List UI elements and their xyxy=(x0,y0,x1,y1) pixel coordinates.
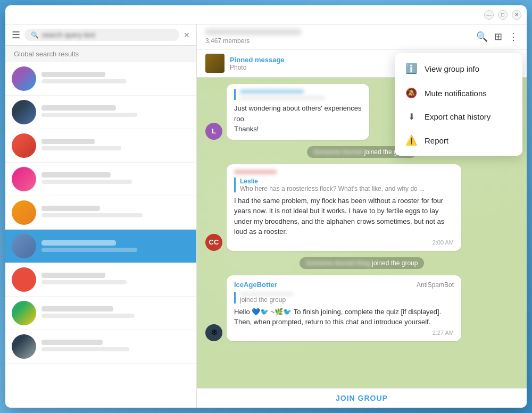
avatar xyxy=(12,267,36,292)
list-item[interactable] xyxy=(5,62,196,96)
avatar xyxy=(12,200,36,225)
info-icon: ℹ️ xyxy=(405,63,417,74)
msg-text: I had the same problem, my flock has bee… xyxy=(234,196,454,237)
avatar: CC xyxy=(205,234,222,251)
sidebar-header: ☰ 🔍 search query text ✕ xyxy=(5,24,196,46)
chat-header-info: 3,467 members xyxy=(205,29,301,45)
chat-name xyxy=(41,306,113,311)
msg-time: 2:27 AM xyxy=(234,330,454,336)
chat-name xyxy=(41,206,100,211)
chat-info xyxy=(41,340,190,353)
maximize-button[interactable]: □ xyxy=(498,10,508,20)
chat-header: 3,467 members 🔍 ⊞ ⋮ xyxy=(197,24,527,49)
more-options-icon[interactable]: ⋮ xyxy=(509,31,518,43)
hamburger-icon[interactable]: ☰ xyxy=(12,29,20,41)
avatar xyxy=(12,133,36,158)
join-group-button[interactable]: JOIN GROUP xyxy=(336,394,388,402)
chat-preview xyxy=(41,248,137,252)
chat-info xyxy=(41,206,190,220)
chat-header-actions: 🔍 ⊞ ⋮ xyxy=(476,31,518,43)
quote-joined-text: joined the group xyxy=(240,296,454,304)
system-bubble: Someone blurred thing joined the group xyxy=(300,257,425,269)
search-input[interactable]: search query text xyxy=(42,31,173,39)
search-icon: 🔍 xyxy=(31,31,39,39)
pinned-title: Pinned message xyxy=(230,56,285,64)
minimize-button[interactable]: — xyxy=(484,10,494,20)
pinned-thumb xyxy=(205,54,225,73)
spam-label: AntiSpamBot xyxy=(417,281,454,289)
search-chat-icon[interactable]: 🔍 xyxy=(476,31,488,43)
chat-preview xyxy=(41,146,121,150)
chat-info xyxy=(41,105,190,119)
report-icon: ⚠️ xyxy=(405,134,417,146)
mute-icon: 🔕 xyxy=(405,87,417,99)
msg-text: Just wondering about others' experiences… xyxy=(234,103,362,134)
context-menu: ℹ️ View group info 🔕 Mute notifications … xyxy=(395,53,522,156)
chat-name xyxy=(41,240,116,246)
menu-item-report[interactable]: ⚠️ Report xyxy=(395,128,522,153)
avatar xyxy=(12,301,36,325)
list-item[interactable] xyxy=(5,196,196,230)
menu-item-view-info[interactable]: ℹ️ View group info xyxy=(395,56,522,81)
chat-preview xyxy=(41,280,127,284)
quote-bar xyxy=(234,89,362,100)
avatar xyxy=(12,167,36,191)
chat-info xyxy=(41,139,190,153)
avatar: L xyxy=(205,123,222,140)
menu-item-export[interactable]: ⬇ Export chat history xyxy=(395,105,522,128)
join-bar: JOIN GROUP xyxy=(197,388,527,408)
chat-name xyxy=(41,72,105,77)
pinned-info: Pinned message Photo xyxy=(230,56,285,71)
export-icon: ⬇ xyxy=(405,112,417,122)
close-search-button[interactable]: ✕ xyxy=(184,31,190,39)
sender-name-blurred xyxy=(234,170,277,174)
chat-preview xyxy=(41,79,127,83)
msg-header-row: IceAgeBotter AntiSpamBot xyxy=(234,281,454,290)
menu-label-view-info: View group info xyxy=(425,64,479,73)
msg-text: Hello 💙🐦 ~🌿🐦 To finish joining, complete… xyxy=(234,307,454,327)
chat-info xyxy=(41,306,190,320)
chat-preview xyxy=(41,180,132,184)
chat-info xyxy=(41,72,190,86)
avatar xyxy=(12,234,36,258)
chat-info xyxy=(41,172,190,186)
chat-info xyxy=(41,273,190,286)
chat-preview xyxy=(41,213,143,217)
menu-label-export: Export chat history xyxy=(425,112,491,121)
close-button[interactable]: ✕ xyxy=(512,10,521,20)
list-item[interactable] xyxy=(5,263,196,297)
list-item[interactable] xyxy=(5,330,196,364)
pinned-sub: Photo xyxy=(230,64,285,71)
title-bar: — □ ✕ xyxy=(5,5,527,24)
search-bar[interactable]: 🔍 search query text xyxy=(24,29,179,41)
chat-info xyxy=(41,240,190,252)
table-row: CC Leslie Who here has a roosterless flo… xyxy=(205,164,518,251)
menu-item-mute[interactable]: 🔕 Mute notifications xyxy=(395,81,522,105)
avatar xyxy=(12,66,36,91)
msg-time: 2:00 AM xyxy=(234,239,454,246)
list-item-active[interactable] xyxy=(5,230,196,263)
chat-name xyxy=(41,340,103,345)
list-item[interactable] xyxy=(5,96,196,129)
columns-icon[interactable]: ⊞ xyxy=(494,31,502,43)
quote-name-blurred xyxy=(240,89,304,94)
quote-text-blurred xyxy=(240,96,325,100)
bot-avatar: ❄ xyxy=(205,324,222,341)
bot-sender-name: IceAgeBotter xyxy=(234,281,277,289)
menu-label-report: Report xyxy=(425,136,448,145)
message-bubble: IceAgeBotter AntiSpamBot joined the grou… xyxy=(227,275,461,341)
list-item[interactable] xyxy=(5,129,196,163)
quote-name: Leslie xyxy=(240,178,454,185)
quote-text: Who here has a roosterless flock? What's… xyxy=(240,185,454,192)
message-bubble: Just wondering about others' experiences… xyxy=(227,84,369,140)
list-item[interactable] xyxy=(5,297,196,330)
chat-name xyxy=(41,139,95,144)
list-item[interactable] xyxy=(5,163,196,196)
title-bar-buttons: — □ ✕ xyxy=(484,10,521,20)
system-message: Someone blurred thing joined the group xyxy=(205,255,518,271)
members-count: 3,467 members xyxy=(205,37,301,45)
chat-preview xyxy=(41,347,129,351)
chat-name xyxy=(41,105,116,111)
quote-text-blurred xyxy=(240,292,293,296)
chat-list xyxy=(5,62,196,408)
